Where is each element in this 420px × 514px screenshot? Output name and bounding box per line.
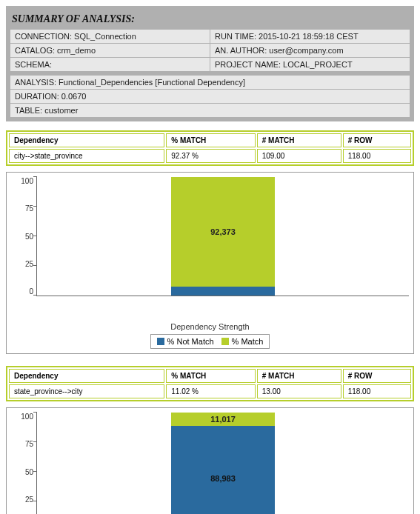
- schema-cell: SCHEMA:: [10, 58, 210, 71]
- y-tick-label: 75: [25, 204, 33, 213]
- catalog-cell: CATALOG: crm_demo: [10, 44, 210, 57]
- col-pct-match: % MATCH: [166, 369, 255, 383]
- plot-area: 92,373: [36, 177, 409, 296]
- y-tick-label: 50: [25, 233, 33, 241]
- stacked-bar: 92,373: [171, 177, 275, 296]
- stacked-bar: 88,983 11,017: [171, 413, 275, 514]
- cell-n-row: 118.00: [343, 149, 411, 163]
- table-row: state_province-->city 11.02 % 13.00 118.…: [9, 384, 411, 398]
- cell-n-match: 109.00: [257, 149, 341, 163]
- swatch-match-icon: [221, 338, 229, 345]
- bar-not-match: 88,983: [171, 426, 275, 514]
- x-axis-label: Dependency Strength: [11, 322, 409, 331]
- y-axis: 100 75 50 25 0: [11, 177, 33, 296]
- project-cell: PROJECT NAME: LOCAL_PROJECT: [210, 58, 410, 71]
- col-pct-match: % MATCH: [166, 133, 255, 147]
- author-cell: AN. AUTHOR: user@company.com: [210, 44, 410, 57]
- swatch-not-match-icon: [157, 338, 164, 345]
- dependency-table: Dependency % MATCH # MATCH # ROW city-->…: [6, 130, 414, 166]
- col-n-match: # MATCH: [257, 133, 341, 147]
- cell-dependency: city-->state_province: [9, 149, 164, 163]
- chart-legend: % Not Match % Match: [150, 334, 270, 349]
- col-n-row: # ROW: [343, 133, 411, 147]
- y-tick-label: 100: [21, 413, 33, 421]
- bar-match-label: 92,373: [210, 227, 236, 236]
- analysis-cell: ANALYSIS: Functional_Dependencies [Funct…: [10, 76, 410, 89]
- table-header-row: Dependency % MATCH # MATCH # ROW: [9, 369, 411, 383]
- y-tick-label: 100: [21, 177, 33, 185]
- dependency-table: Dependency % MATCH # MATCH # ROW state_p…: [6, 366, 414, 401]
- col-dependency: Dependency: [9, 369, 164, 383]
- chart-panel: 100 75 50 25 0 92,373 Dependency Strengt…: [6, 172, 414, 354]
- plot-area: 88,983 11,017: [36, 413, 409, 514]
- cell-pct-match: 92.37 %: [166, 149, 255, 163]
- cell-n-row: 118.00: [343, 384, 411, 398]
- duration-cell: DURATION: 0.0670: [10, 90, 410, 103]
- cell-dependency: state_province-->city: [9, 384, 164, 398]
- summary-info-grid: CONNECTION: SQL_Connection RUN TIME: 201…: [10, 30, 410, 117]
- cell-n-match: 13.00: [257, 384, 341, 398]
- bar-match: 92,373: [171, 177, 275, 287]
- col-n-row: # ROW: [343, 369, 411, 383]
- y-tick-label: 25: [25, 495, 33, 504]
- summary-panel: SUMMARY OF ANALYSIS: CONNECTION: SQL_Con…: [6, 6, 414, 121]
- summary-title: SUMMARY OF ANALYSIS:: [10, 10, 410, 30]
- table-header-row: Dependency % MATCH # MATCH # ROW: [9, 133, 411, 147]
- y-axis: 100 75 50 25 0: [11, 413, 33, 514]
- legend-match: % Match: [232, 337, 264, 346]
- runtime-cell: RUN TIME: 2015-10-21 18:59:18 CEST: [210, 30, 410, 43]
- cell-pct-match: 11.02 %: [166, 384, 255, 398]
- bar-not-match-label: 88,983: [210, 474, 236, 483]
- bar-match-label: 11,017: [210, 415, 236, 424]
- bar-match: 11,017: [171, 413, 275, 426]
- table-cell: TABLE: customer: [10, 104, 410, 117]
- y-tick-label: 50: [25, 468, 33, 476]
- table-row: city-->state_province 92.37 % 109.00 118…: [9, 149, 411, 163]
- y-tick-label: 75: [25, 440, 33, 448]
- bar-not-match: [171, 287, 275, 296]
- y-tick-label: 25: [25, 260, 33, 268]
- col-n-match: # MATCH: [257, 369, 341, 383]
- chart-panel: 100 75 50 25 0 88,983 11,017 Dependency …: [6, 407, 414, 514]
- connection-cell: CONNECTION: SQL_Connection: [10, 30, 210, 43]
- col-dependency: Dependency: [9, 133, 164, 147]
- legend-not-match: % Not Match: [167, 337, 214, 346]
